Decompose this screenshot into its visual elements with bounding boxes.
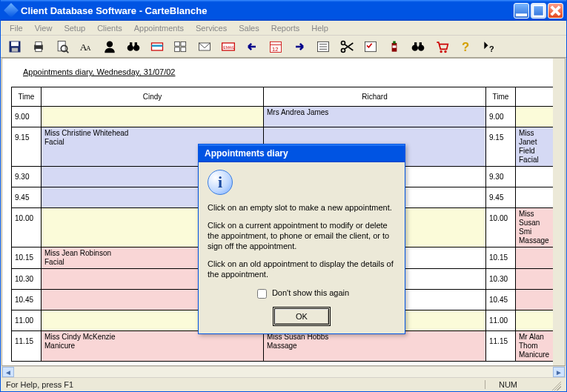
col-time2: Time: [486, 87, 516, 107]
svg-rect-45: [420, 42, 422, 46]
col-time: Time: [12, 87, 42, 107]
appointment-slot[interactable]: Miss Janet FieldFacial: [516, 127, 557, 167]
appointment-slot[interactable]: Miss Susan HobbsMassage: [264, 331, 486, 362]
checklist-icon[interactable]: [361, 38, 380, 56]
font-icon[interactable]: AA: [76, 38, 96, 56]
svg-rect-3: [11, 41, 19, 46]
maximize-button[interactable]: [531, 3, 546, 19]
close-button[interactable]: [548, 3, 563, 19]
dialog-text-3: Click on an old appointment to display t…: [208, 259, 396, 279]
appointment-slot[interactable]: [516, 290, 557, 310]
app-icon: [3, 2, 20, 19]
scroll-left-icon[interactable]: ◄: [2, 367, 14, 377]
svg-line-37: [345, 43, 354, 49]
menu-view[interactable]: View: [29, 22, 59, 34]
time-cell: 9.15: [12, 127, 42, 167]
dont-show-label: Don't show this again: [272, 288, 349, 297]
svg-rect-17: [135, 42, 137, 46]
time-cell: 10.15: [12, 248, 42, 269]
toolbar: AA EMAIL 12 ? ?: [1, 36, 566, 58]
binoculars-icon[interactable]: [124, 38, 143, 56]
info-dialog: Appointments diary i Click on an empty s…: [198, 144, 405, 334]
main-window: Client Database Software - CarteBlanche …: [0, 0, 567, 392]
minimize-button[interactable]: [514, 3, 529, 19]
appointment-slot[interactable]: Miss Susan SmiMassage: [516, 208, 557, 248]
table-row: 9.00Mrs Andrea James9.00: [12, 107, 557, 127]
appointment-slot[interactable]: Mr Alan ThomManicure: [516, 331, 557, 362]
svg-rect-6: [36, 41, 42, 45]
print-icon[interactable]: [29, 38, 48, 56]
svg-text:?: ?: [462, 39, 469, 53]
context-help-icon[interactable]: ?: [480, 38, 499, 56]
svg-rect-22: [175, 47, 180, 51]
time-cell: 10.00: [12, 208, 42, 248]
time-cell: 10.00: [486, 208, 516, 248]
appointment-slot[interactable]: Miss Cindy McKenzieManicure: [42, 331, 264, 362]
info-icon: i: [208, 170, 233, 195]
time-cell: 10.30: [12, 269, 42, 290]
titlebar[interactable]: Client Database Software - CarteBlanche: [1, 0, 566, 21]
calendar-icon[interactable]: 12: [266, 38, 285, 56]
print-preview-icon[interactable]: [53, 38, 72, 56]
time-cell: 9.45: [486, 187, 516, 208]
time-cell: 11.00: [486, 310, 516, 331]
cart-icon[interactable]: [432, 38, 451, 56]
photos-icon[interactable]: [171, 38, 190, 56]
appointment-slot[interactable]: [516, 167, 557, 187]
time-cell: 10.45: [486, 290, 516, 310]
menu-reports[interactable]: Reports: [265, 22, 306, 34]
appointment-slot[interactable]: Mrs Andrea James: [264, 107, 486, 127]
appointment-slot[interactable]: [516, 107, 557, 127]
menu-services[interactable]: Services: [190, 22, 233, 34]
scroll-right-icon[interactable]: ►: [553, 367, 565, 377]
svg-line-10: [66, 50, 68, 53]
binoculars2-icon[interactable]: [408, 38, 428, 56]
svg-text:?: ?: [489, 44, 494, 53]
next-arrow-icon[interactable]: [290, 38, 309, 56]
appointment-slot[interactable]: [516, 248, 557, 269]
svg-text:EMAIL: EMAIL: [223, 44, 234, 49]
time-cell: 11.15: [486, 331, 516, 362]
svg-rect-0: [516, 13, 527, 16]
svg-rect-40: [393, 41, 395, 43]
col-staff1: Cindy: [42, 87, 264, 107]
ok-button[interactable]: OK: [274, 308, 329, 325]
list-icon[interactable]: [314, 38, 333, 56]
svg-rect-7: [36, 48, 42, 51]
svg-text:12: 12: [272, 45, 278, 52]
menu-clients[interactable]: Clients: [91, 22, 128, 34]
svg-text:A: A: [86, 44, 91, 52]
scissors-icon[interactable]: [337, 38, 357, 56]
letter-icon[interactable]: [195, 38, 214, 56]
horizontal-scrollbar[interactable]: ◄ ►: [1, 366, 566, 378]
svg-rect-19: [152, 44, 163, 47]
products-icon[interactable]: [385, 38, 404, 56]
client-icon[interactable]: [100, 38, 119, 56]
appointment-slot[interactable]: [516, 187, 557, 208]
save-icon[interactable]: [5, 38, 24, 56]
menu-file[interactable]: File: [4, 22, 29, 34]
dialog-title[interactable]: Appointments diary: [199, 144, 405, 162]
dialog-text-1: Click on an empty slot to make a new app…: [208, 202, 396, 213]
menu-help[interactable]: Help: [305, 22, 334, 34]
menu-setup[interactable]: Setup: [58, 22, 91, 34]
card-icon[interactable]: [147, 38, 167, 56]
diary-heading: Appointments diary, Wednesday, 31/07/02: [2, 59, 565, 81]
dont-show-checkbox[interactable]: [257, 289, 267, 299]
svg-point-46: [440, 50, 442, 53]
menu-sales[interactable]: Sales: [233, 22, 265, 34]
appointment-slot[interactable]: [516, 269, 557, 290]
time-cell: 11.15: [12, 331, 42, 362]
time-cell: 9.30: [12, 167, 42, 187]
svg-point-47: [444, 50, 446, 53]
time-cell: 10.45: [12, 290, 42, 310]
appointment-slot[interactable]: [42, 107, 264, 127]
table-row: 11.15Miss Cindy McKenzieManicureMiss Sus…: [12, 331, 557, 362]
appointment-slot[interactable]: [516, 310, 557, 331]
menu-appointments[interactable]: Appointments: [128, 22, 190, 34]
resize-grip-icon[interactable]: [549, 379, 561, 391]
vertical-scrollbar[interactable]: [553, 59, 565, 365]
prev-arrow-icon[interactable]: [242, 38, 262, 56]
help-icon[interactable]: ?: [456, 38, 475, 56]
email-icon[interactable]: EMAIL: [219, 38, 238, 56]
